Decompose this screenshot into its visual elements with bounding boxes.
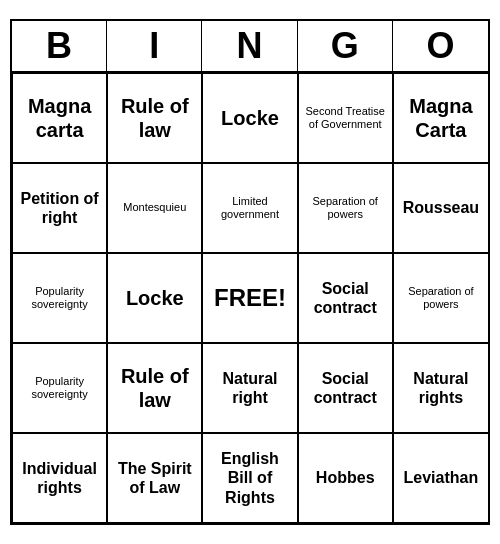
- bingo-cell-14: Separation of powers: [393, 253, 488, 343]
- bingo-cell-2: Locke: [202, 73, 297, 163]
- bingo-cell-text-1: Rule of law: [112, 94, 197, 142]
- bingo-cell-23: Hobbes: [298, 433, 393, 523]
- bingo-cell-text-16: Rule of law: [112, 364, 197, 412]
- bingo-cell-10: Popularity sovereignty: [12, 253, 107, 343]
- bingo-letter-N: N: [202, 21, 297, 71]
- bingo-letter-O: O: [393, 21, 488, 71]
- bingo-cell-15: Popularity sovereignty: [12, 343, 107, 433]
- bingo-cell-text-19: Natural rights: [398, 369, 484, 407]
- bingo-cell-12: FREE!: [202, 253, 297, 343]
- bingo-cell-17: Natural right: [202, 343, 297, 433]
- bingo-cell-text-9: Rousseau: [403, 198, 479, 217]
- bingo-cell-text-10: Popularity sovereignty: [17, 285, 102, 311]
- bingo-cell-text-18: Social contract: [303, 369, 388, 407]
- bingo-header: BINGO: [12, 21, 488, 73]
- bingo-cell-7: Limited government: [202, 163, 297, 253]
- bingo-letter-I: I: [107, 21, 202, 71]
- bingo-cell-13: Social contract: [298, 253, 393, 343]
- bingo-cell-text-0: Magna carta: [17, 94, 102, 142]
- bingo-cell-21: The Spirit of Law: [107, 433, 202, 523]
- bingo-cell-9: Rousseau: [393, 163, 488, 253]
- bingo-cell-0: Magna carta: [12, 73, 107, 163]
- bingo-cell-19: Natural rights: [393, 343, 488, 433]
- bingo-cell-11: Locke: [107, 253, 202, 343]
- bingo-cell-text-13: Social contract: [303, 279, 388, 317]
- bingo-cell-24: Leviathan: [393, 433, 488, 523]
- bingo-cell-text-15: Popularity sovereignty: [17, 375, 102, 401]
- bingo-cell-text-23: Hobbes: [316, 468, 375, 487]
- bingo-cell-text-6: Montesquieu: [123, 201, 186, 214]
- bingo-cell-8: Separation of powers: [298, 163, 393, 253]
- bingo-cell-20: Individual rights: [12, 433, 107, 523]
- bingo-card: BINGO Magna cartaRule of lawLockeSecond …: [10, 19, 490, 525]
- bingo-cell-text-4: Magna Carta: [398, 94, 484, 142]
- bingo-cell-18: Social contract: [298, 343, 393, 433]
- bingo-letter-G: G: [298, 21, 393, 71]
- bingo-cell-text-8: Separation of powers: [303, 195, 388, 221]
- bingo-cell-1: Rule of law: [107, 73, 202, 163]
- bingo-cell-6: Montesquieu: [107, 163, 202, 253]
- bingo-cell-4: Magna Carta: [393, 73, 488, 163]
- bingo-letter-B: B: [12, 21, 107, 71]
- bingo-cell-16: Rule of law: [107, 343, 202, 433]
- bingo-cell-text-21: The Spirit of Law: [112, 459, 197, 497]
- bingo-cell-text-17: Natural right: [207, 369, 292, 407]
- bingo-cell-text-2: Locke: [221, 106, 279, 130]
- bingo-cell-22: English Bill of Rights: [202, 433, 297, 523]
- bingo-cell-text-24: Leviathan: [404, 468, 479, 487]
- bingo-cell-text-12: FREE!: [214, 284, 286, 313]
- bingo-cell-text-22: English Bill of Rights: [207, 449, 292, 507]
- bingo-cell-text-7: Limited government: [207, 195, 292, 221]
- bingo-cell-text-14: Separation of powers: [398, 285, 484, 311]
- bingo-cell-text-3: Second Treatise of Government: [303, 105, 388, 131]
- bingo-cell-text-5: Petition of right: [17, 189, 102, 227]
- bingo-cell-text-20: Individual rights: [17, 459, 102, 497]
- bingo-grid: Magna cartaRule of lawLockeSecond Treati…: [12, 73, 488, 523]
- bingo-cell-text-11: Locke: [126, 286, 184, 310]
- bingo-cell-3: Second Treatise of Government: [298, 73, 393, 163]
- bingo-cell-5: Petition of right: [12, 163, 107, 253]
